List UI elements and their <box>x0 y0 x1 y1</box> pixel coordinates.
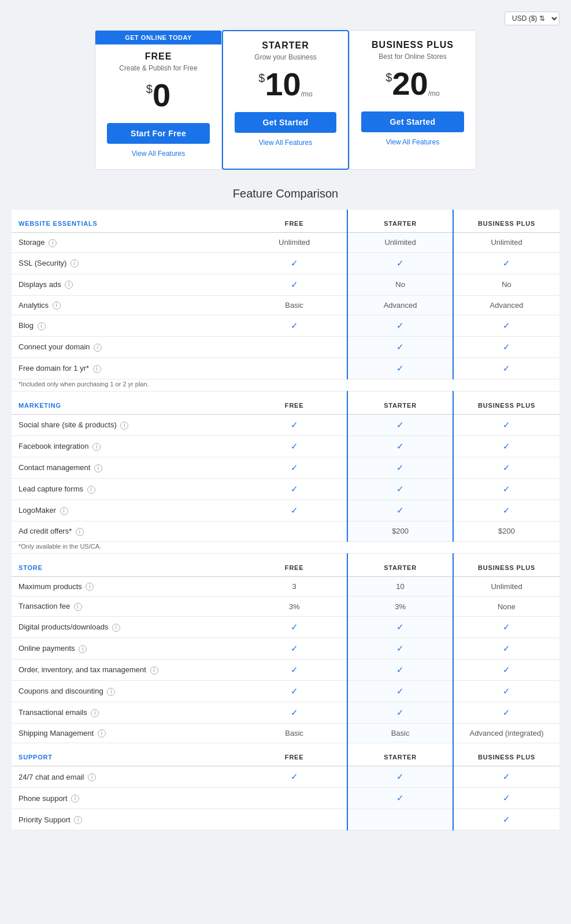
business-value-cell: None <box>453 597 559 617</box>
info-icon[interactable]: i <box>71 795 79 803</box>
business-card-subtitle: Best for Online Stores <box>379 53 446 61</box>
info-icon[interactable]: i <box>87 486 95 494</box>
check-icon: ✓ <box>503 258 510 268</box>
check-icon: ✓ <box>503 622 510 632</box>
feature-name-cell: Displays ads i <box>12 274 242 295</box>
check-icon: ✓ <box>503 342 510 352</box>
free-value-cell <box>242 521 347 542</box>
info-icon[interactable]: i <box>91 709 99 717</box>
business-value-cell: Unlimited <box>453 576 559 597</box>
footnote-text: *Only available in the US/CA. <box>12 541 559 553</box>
business-value-cell: ✓ <box>453 702 559 723</box>
feature-name-cell: SSL (Security) i <box>12 252 242 274</box>
plan-free-card: GET ONLINE TODAY FREE Create & Publish f… <box>95 30 222 170</box>
business-value-cell: $200 <box>453 521 559 542</box>
starter-value-cell: 10 <box>347 576 453 597</box>
table-row: Coupons and discounting i ✓ ✓ ✓ <box>12 680 559 702</box>
info-icon[interactable]: i <box>79 645 87 653</box>
info-icon[interactable]: i <box>71 259 79 267</box>
business-value-cell: No <box>453 274 559 295</box>
table-row: Order, inventory, and tax management i ✓… <box>12 659 559 680</box>
business-cta-button[interactable]: Get Started <box>361 111 464 132</box>
info-icon[interactable]: i <box>74 603 82 611</box>
info-icon[interactable]: i <box>53 301 61 310</box>
free-value-cell: Unlimited <box>242 233 347 253</box>
comparison-title: Feature Comparison <box>12 187 559 200</box>
free-view-features-link[interactable]: View All Features <box>132 150 186 158</box>
footnote-row: *Only available in the US/CA. <box>12 541 559 553</box>
info-icon[interactable]: i <box>112 624 120 632</box>
section-name: STORE <box>12 553 242 576</box>
starter-value-cell: ✓ <box>347 616 453 638</box>
section-business-label: BUSINESS PLUS <box>453 392 559 415</box>
info-icon[interactable]: i <box>38 322 46 330</box>
feature-name-cell: Online payments i <box>12 638 242 659</box>
currency-selector[interactable]: USD ($) ⇅ EUR (€) GBP (£) <box>505 12 559 25</box>
section-starter-label: STARTER <box>347 743 453 766</box>
check-icon: ✓ <box>291 484 298 494</box>
section-header-support: SUPPORT FREE STARTER BUSINESS PLUS <box>12 743 559 766</box>
info-icon[interactable]: i <box>93 365 101 373</box>
starter-cta-button[interactable]: Get Started <box>235 112 336 133</box>
check-icon: ✓ <box>291 463 298 472</box>
info-icon[interactable]: i <box>92 443 101 451</box>
section-business-label: BUSINESS PLUS <box>453 743 559 766</box>
business-value-cell: Unlimited <box>453 233 559 253</box>
starter-value-cell: ✓ <box>347 702 453 723</box>
section-business-label: BUSINESS PLUS <box>453 553 559 576</box>
free-price-amount: 0 <box>153 79 170 111</box>
starter-view-features-link[interactable]: View All Features <box>259 139 313 147</box>
info-icon[interactable]: i <box>94 344 102 352</box>
feature-name-cell: Shipping Management i <box>12 723 242 743</box>
starter-value-cell: Basic <box>347 723 453 743</box>
info-icon[interactable]: i <box>60 507 68 515</box>
info-icon[interactable]: i <box>120 422 128 430</box>
business-value-cell: ✓ <box>453 638 559 659</box>
section-starter-label: STARTER <box>347 392 453 415</box>
table-row: LogoMaker i ✓ ✓ ✓ <box>12 500 559 521</box>
table-row: Storage i Unlimited Unlimited Unlimited <box>12 233 559 253</box>
check-icon: ✓ <box>503 505 510 515</box>
info-icon[interactable]: i <box>65 281 73 289</box>
starter-price-area: $ 10 /mo <box>258 68 312 103</box>
section-free-label: FREE <box>242 553 347 576</box>
check-icon: ✓ <box>291 420 298 430</box>
info-icon[interactable]: i <box>88 773 96 781</box>
table-row: Free domain for 1 yr* i ✓ ✓ <box>12 358 559 379</box>
table-row: Blog i ✓ ✓ ✓ <box>12 315 559 337</box>
table-row: Displays ads i ✓ No No <box>12 274 559 295</box>
free-value-cell: ✓ <box>242 616 347 638</box>
free-cta-button[interactable]: Start For Free <box>107 123 210 144</box>
info-icon[interactable]: i <box>86 583 94 591</box>
info-icon[interactable]: i <box>107 688 115 696</box>
info-icon[interactable]: i <box>150 666 158 675</box>
info-icon[interactable]: i <box>98 729 106 737</box>
free-card-banner: GET ONLINE TODAY <box>95 31 221 44</box>
free-value-cell: ✓ <box>242 315 347 337</box>
info-icon[interactable]: i <box>74 816 82 824</box>
starter-value-cell: ✓ <box>347 659 453 680</box>
free-value-cell: ✓ <box>242 415 347 436</box>
business-value-cell: ✓ <box>453 788 559 809</box>
business-value-cell: ✓ <box>453 616 559 638</box>
starter-price-period: /mo <box>301 90 313 98</box>
business-value-cell: ✓ <box>453 680 559 702</box>
info-icon[interactable]: i <box>76 528 84 536</box>
starter-value-cell: ✓ <box>347 337 453 358</box>
info-icon[interactable]: i <box>49 239 57 247</box>
footnote-row: *Included only when purchasing 1 or 2 yr… <box>12 379 559 392</box>
check-icon: ✓ <box>291 643 298 653</box>
business-price-area: $ 20 /mo <box>385 68 439 102</box>
table-row: 24/7 chat and email i ✓ ✓ ✓ <box>12 766 559 788</box>
feature-name-cell: Facebook integration i <box>12 436 242 457</box>
business-view-features-link[interactable]: View All Features <box>386 138 440 146</box>
free-value-cell: ✓ <box>242 680 347 702</box>
free-price-area: $ 0 <box>146 79 170 114</box>
check-icon: ✓ <box>291 280 298 289</box>
feature-name-cell: Free domain for 1 yr* i <box>12 358 242 379</box>
free-value-cell: ✓ <box>242 702 347 723</box>
check-icon: ✓ <box>291 665 298 675</box>
check-icon: ✓ <box>396 665 404 675</box>
free-value-cell: ✓ <box>242 479 347 500</box>
info-icon[interactable]: i <box>94 464 102 472</box>
